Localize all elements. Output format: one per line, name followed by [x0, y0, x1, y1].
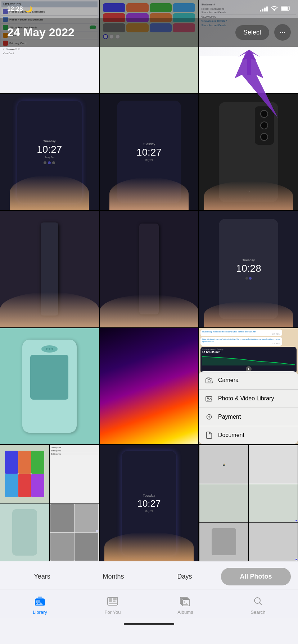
home-bar: [124, 623, 174, 625]
years-button[interactable]: Years: [7, 568, 77, 585]
svg-point-22: [184, 601, 185, 603]
home-indicator: [0, 618, 298, 629]
more-button[interactable]: ···: [274, 24, 291, 41]
svg-rect-17: [113, 601, 116, 602]
context-menu: Camera Photo & Video Library: [199, 371, 298, 444]
svg-point-4: [208, 380, 211, 382]
tab-library-label: Library: [33, 610, 47, 615]
svg-rect-15: [109, 598, 112, 602]
context-document-label: Document: [218, 432, 244, 438]
grid-cell[interactable]: kevin-oleary-makes-his-life-decisions-wi…: [199, 328, 298, 445]
photo-grid: MEMORIES Reset Suggested Memories Reset …: [0, 0, 298, 561]
grid-cell[interactable]: [100, 328, 199, 445]
grid-cell[interactable]: [0, 328, 99, 445]
svg-rect-16: [113, 598, 117, 600]
signal-icon: [260, 6, 268, 12]
page-title: 24 May 2022: [7, 26, 74, 39]
status-bar: 12:28 🌙: [0, 0, 298, 18]
context-camera-label: Camera: [218, 377, 239, 383]
tab-for-you[interactable]: For You: [76, 595, 149, 615]
grid-cell[interactable]: [100, 211, 199, 327]
tab-for-you-label: For You: [105, 610, 121, 615]
context-payment-label: Payment: [218, 414, 241, 420]
header-buttons: Select ···: [235, 24, 291, 41]
photo-library-icon: [205, 395, 213, 402]
for-you-icon: [107, 595, 119, 607]
grid-row-2: Tuesday 10:27 May 24 Tuesday 10:27: [0, 94, 298, 210]
bottom-nav: Years Months Days All Photos Library: [0, 561, 298, 644]
albums-icon: [179, 595, 191, 607]
grid-row-4: kevin-oleary-makes-his-life-decisions-wi…: [0, 328, 298, 445]
tab-bar: Library For You: [0, 589, 298, 618]
tab-search-label: Search: [250, 610, 265, 615]
context-camera[interactable]: Camera: [199, 371, 298, 390]
camera-icon: [205, 376, 213, 384]
grid-cell[interactable]: Settings row Settings row Settings row: [0, 445, 99, 561]
status-right: [260, 5, 291, 13]
svg-marker-3: [202, 356, 295, 365]
status-left: 12:28 🌙: [7, 5, 32, 13]
svg-rect-11: [38, 597, 42, 598]
tab-albums[interactable]: Albums: [149, 595, 222, 615]
svg-rect-21: [182, 599, 190, 606]
payment-icon: [205, 413, 213, 421]
moon-icon: 🌙: [25, 5, 32, 13]
svg-rect-2: [281, 7, 288, 10]
all-photos-button[interactable]: All Photos: [221, 568, 291, 585]
days-button[interactable]: Days: [150, 568, 220, 585]
context-document[interactable]: Document: [199, 426, 298, 444]
grid-cell[interactable]: 1+: [199, 94, 298, 210]
grid-cell[interactable]: Tuesday 10:27 May 24: [100, 445, 199, 561]
document-icon: [205, 431, 213, 439]
grid-row-5: Settings row Settings row Settings row: [0, 445, 298, 561]
view-switcher: Years Months Days All Photos: [0, 561, 298, 589]
time: 12:28: [7, 5, 23, 13]
grid-cell[interactable]: 📸: [199, 445, 298, 561]
wifi-icon: [271, 5, 278, 13]
select-button[interactable]: Select: [235, 25, 269, 40]
svg-point-13: [36, 602, 37, 603]
context-photo-label: Photo & Video Library: [218, 395, 274, 402]
grid-cell[interactable]: Tuesday 10:28: [199, 211, 298, 327]
tab-search[interactable]: Search: [222, 595, 294, 615]
tab-library[interactable]: Library: [4, 595, 76, 615]
library-icon: [34, 595, 46, 607]
grid-row-3: Tuesday 10:28: [0, 211, 298, 327]
svg-rect-18: [109, 603, 117, 604]
battery-icon: [281, 5, 291, 13]
grid-cell[interactable]: Tuesday 10:27 May 24: [100, 94, 199, 210]
svg-point-6: [207, 398, 208, 399]
header: 24 May 2022 Select ···: [0, 18, 298, 47]
tab-albums-label: Albums: [177, 610, 193, 615]
months-button[interactable]: Months: [78, 568, 148, 585]
grid-cell[interactable]: Tuesday 10:27 May 24: [0, 94, 99, 210]
search-icon: [252, 595, 264, 607]
grid-cell[interactable]: [0, 211, 99, 327]
context-payment[interactable]: Payment: [199, 408, 298, 426]
svg-point-0: [274, 10, 275, 11]
context-photo-library[interactable]: Photo & Video Library: [199, 390, 298, 408]
